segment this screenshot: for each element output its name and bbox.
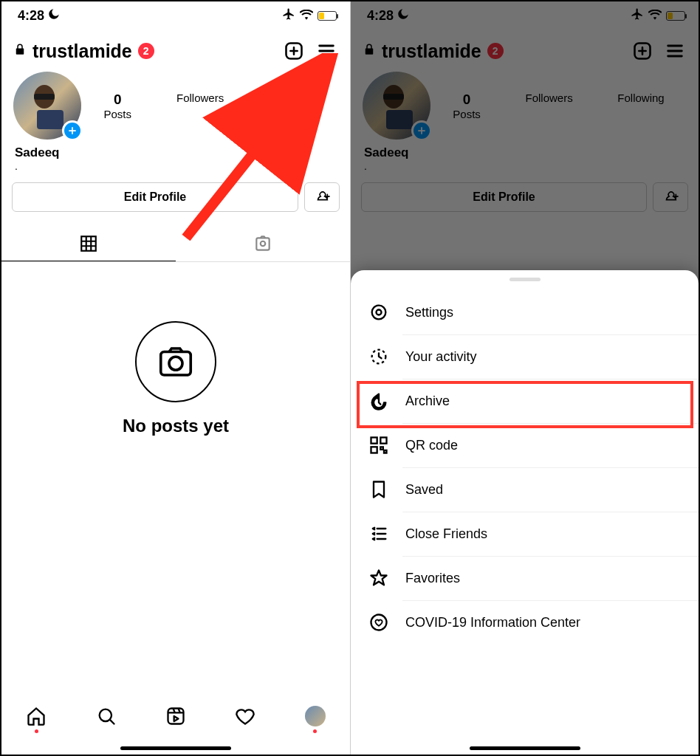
- svg-point-6: [261, 241, 266, 247]
- hamburger-menu-button[interactable]: [662, 38, 688, 64]
- closefriends-icon: [368, 523, 389, 544]
- battery-icon: [318, 11, 337, 21]
- svg-rect-15: [386, 110, 413, 129]
- avatar: [363, 72, 430, 140]
- menu-label: Settings: [405, 305, 453, 320]
- discover-people-button: [653, 182, 688, 212]
- notification-badge: 2: [487, 43, 504, 59]
- profile-section: 0Posts Followers Following: [1, 70, 350, 140]
- menu-item-activity[interactable]: Your activity: [351, 334, 699, 379]
- airplane-mode-icon: [282, 7, 295, 24]
- hamburger-menu-button[interactable]: [313, 38, 340, 64]
- username[interactable]: trustlamide: [382, 41, 481, 62]
- svg-point-16: [372, 306, 386, 320]
- notification-badge: 2: [138, 43, 154, 59]
- sheet-handle[interactable]: [509, 278, 541, 281]
- no-posts-text: No posts yet: [123, 416, 229, 436]
- lock-icon: [363, 43, 376, 59]
- settings-icon: [368, 302, 389, 323]
- svg-rect-14: [383, 94, 404, 100]
- menu-item-favorites[interactable]: Favorites: [351, 556, 699, 600]
- heart-circle-icon: [368, 612, 389, 633]
- svg-rect-20: [380, 438, 386, 444]
- dnd-moon-icon: [47, 7, 61, 24]
- svg-point-8: [169, 357, 182, 370]
- avatar[interactable]: [13, 72, 81, 140]
- svg-rect-2: [34, 94, 55, 100]
- menu-label: Saved: [405, 482, 443, 498]
- menu-item-saved[interactable]: Saved: [351, 467, 699, 512]
- nav-reels[interactable]: [165, 706, 186, 726]
- qr-icon: [368, 435, 389, 456]
- svg-rect-3: [37, 110, 64, 129]
- archive-icon: [368, 391, 389, 411]
- status-time: 4:28: [367, 8, 394, 24]
- create-post-button[interactable]: [629, 38, 656, 64]
- svg-rect-5: [256, 238, 269, 250]
- menu-label: COVID-19 Information Center: [405, 615, 580, 630]
- stat-posts[interactable]: 0Posts: [103, 92, 131, 120]
- edit-profile-button: Edit Profile: [361, 182, 647, 212]
- stat-following[interactable]: Following: [269, 92, 315, 120]
- home-indicator: [470, 746, 580, 750]
- nav-activity[interactable]: [235, 706, 255, 726]
- profile-header: trustlamide 2: [1, 27, 350, 70]
- saved-icon: [368, 479, 389, 500]
- menu-item-covid[interactable]: COVID-19 Information Center: [351, 600, 699, 645]
- status-bar: 4:28: [1, 1, 350, 27]
- profile-screen: 4:28 trustlamide 2 0Posts Followers Foll…: [1, 1, 350, 755]
- bio: .: [1, 160, 350, 178]
- svg-point-22: [371, 615, 387, 630]
- status-bar: 4:28: [351, 1, 699, 27]
- battery-icon: [666, 11, 685, 21]
- airplane-mode-icon: [631, 7, 644, 24]
- menu-sheet: Settings Your activity Archive QR code S…: [351, 270, 699, 755]
- create-post-button[interactable]: [281, 38, 307, 64]
- add-story-icon[interactable]: [62, 120, 83, 141]
- username[interactable]: trustlamide: [32, 41, 132, 62]
- home-indicator: [120, 746, 231, 750]
- nav-home[interactable]: [26, 706, 47, 733]
- svg-rect-4: [81, 236, 96, 251]
- menu-screen: 4:28 trustlamide2 0PostsFollowersFollowi…: [350, 1, 699, 755]
- camera-icon: [135, 321, 216, 402]
- menu-item-closefriends[interactable]: Close Friends: [351, 512, 699, 556]
- lock-icon: [13, 43, 27, 59]
- star-icon: [368, 568, 389, 588]
- stat-followers[interactable]: Followers: [176, 92, 224, 120]
- svg-rect-19: [371, 438, 377, 444]
- svg-point-17: [377, 310, 382, 315]
- menu-item-archive[interactable]: Archive: [351, 379, 699, 423]
- menu-label: Archive: [405, 394, 450, 409]
- menu-item-settings[interactable]: Settings: [351, 290, 699, 334]
- svg-rect-10: [168, 709, 183, 724]
- svg-rect-21: [371, 447, 377, 453]
- activity-icon: [368, 346, 389, 367]
- tab-grid[interactable]: [1, 227, 176, 261]
- menu-label: Favorites: [405, 571, 460, 586]
- add-story-icon: [411, 120, 432, 141]
- empty-posts-area: No posts yet: [1, 262, 350, 506]
- discover-people-button[interactable]: [304, 182, 340, 212]
- menu-label: Close Friends: [405, 526, 487, 542]
- edit-profile-button[interactable]: Edit Profile: [12, 182, 298, 212]
- tab-tagged[interactable]: [176, 227, 350, 261]
- menu-item-qr[interactable]: QR code: [351, 423, 699, 467]
- display-name: Sadeeq: [1, 140, 350, 160]
- nav-profile[interactable]: [305, 706, 326, 733]
- wifi-icon: [648, 8, 662, 24]
- menu-label: Your activity: [405, 349, 476, 365]
- menu-label: QR code: [405, 438, 458, 453]
- wifi-icon: [300, 8, 313, 24]
- status-time: 4:28: [18, 8, 44, 24]
- nav-search[interactable]: [96, 706, 117, 726]
- dnd-moon-icon: [397, 7, 410, 24]
- svg-rect-7: [161, 352, 191, 376]
